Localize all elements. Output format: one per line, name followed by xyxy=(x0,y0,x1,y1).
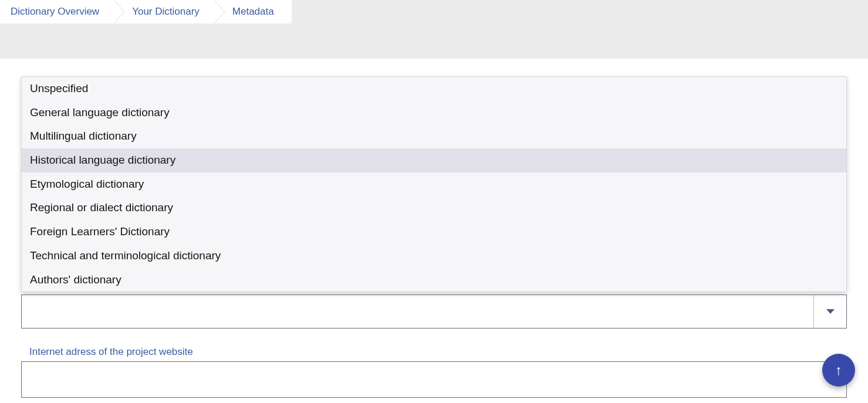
dictionary-type-option[interactable]: Historical language dictionary xyxy=(22,148,846,172)
content-area: UnspecifiedGeneral language dictionaryMu… xyxy=(0,59,868,403)
caret-down-icon xyxy=(826,309,835,314)
dictionary-type-selected-value xyxy=(22,295,813,328)
breadcrumb-label: Dictionary Overview xyxy=(11,6,99,18)
breadcrumb-item-your-dictionary[interactable]: Your Dictionary xyxy=(113,0,214,23)
dictionary-type-dropdown-list: UnspecifiedGeneral language dictionaryMu… xyxy=(21,76,847,292)
dictionary-type-option[interactable]: Authors' dictionary xyxy=(22,268,846,292)
breadcrumb: Dictionary Overview Your Dictionary Meta… xyxy=(0,0,292,23)
dictionary-type-select[interactable] xyxy=(21,294,847,329)
dictionary-type-option[interactable]: Etymological dictionary xyxy=(22,172,846,197)
dictionary-type-option[interactable]: Multilingual dictionary xyxy=(22,124,846,148)
website-field-label: Internet adress of the project website xyxy=(29,346,847,358)
scroll-to-top-button[interactable]: ↑ xyxy=(822,354,855,387)
dictionary-type-option[interactable]: Regional or dialect dictionary xyxy=(22,196,846,220)
breadcrumb-item-overview[interactable]: Dictionary Overview xyxy=(0,0,113,23)
dictionary-type-option[interactable]: Unspecified xyxy=(22,77,846,101)
top-bar: Dictionary Overview Your Dictionary Meta… xyxy=(0,0,868,59)
website-input[interactable] xyxy=(21,361,847,398)
dictionary-type-option[interactable]: Technical and terminological dictionary xyxy=(22,244,846,268)
dictionary-type-option[interactable]: General language dictionary xyxy=(22,101,846,125)
breadcrumb-label: Metadata xyxy=(232,6,274,18)
breadcrumb-label: Your Dictionary xyxy=(132,6,200,18)
arrow-up-icon: ↑ xyxy=(835,362,842,378)
dictionary-type-option[interactable]: Foreign Learners' Dictionary xyxy=(22,220,846,244)
dictionary-type-select-toggle[interactable] xyxy=(813,295,846,328)
